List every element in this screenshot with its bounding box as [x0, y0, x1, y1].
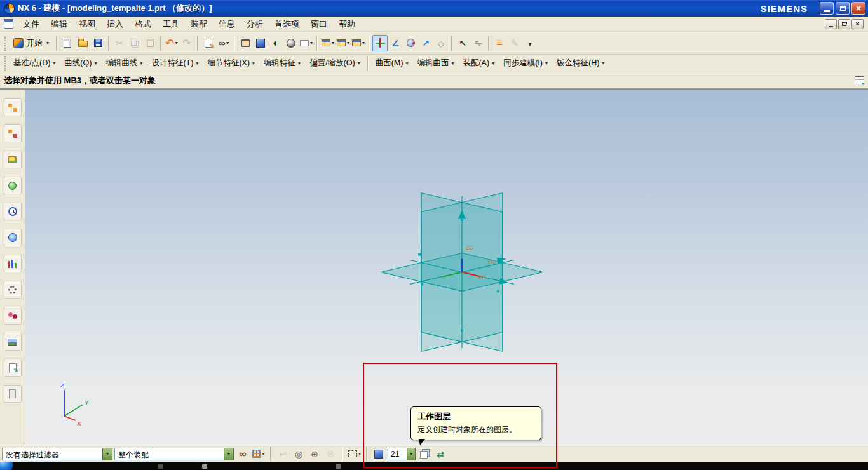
roles-icon[interactable] [4, 307, 22, 325]
menu-edit[interactable]: 编辑 [45, 17, 73, 32]
visual-reports-icon[interactable] [4, 255, 22, 272]
curve-dropdown[interactable]: 曲线(Q) [60, 55, 101, 71]
graphics-window[interactable]: ZC YC XC Z Y X [25, 90, 868, 445]
cascade-windows-icon[interactable]: ▾ [336, 35, 351, 51]
datum-point-dropdown[interactable]: 基准/点(D) [9, 55, 60, 71]
background-color-icon[interactable]: ▾ [299, 35, 314, 51]
selection-filter-dropdown-icon[interactable] [102, 448, 112, 460]
toolbar-grip[interactable] [4, 36, 7, 51]
work-layer-control[interactable] [388, 448, 416, 460]
angle-dimension-icon[interactable] [388, 35, 403, 51]
document-icon[interactable] [4, 19, 13, 29]
taskbar-item[interactable] [158, 464, 163, 469]
machining-wizards-icon[interactable] [4, 281, 22, 299]
start-menu-button[interactable]: 开始 ▾ [9, 35, 53, 51]
work-layer-dropdown-icon[interactable] [407, 448, 416, 460]
templates-icon[interactable] [4, 359, 22, 377]
info-window-icon[interactable] [201, 35, 216, 51]
open-file-icon[interactable] [75, 35, 90, 51]
edit-surface-dropdown[interactable]: 编辑曲面 [412, 55, 458, 71]
child-restore-button[interactable] [838, 19, 850, 29]
menu-insert[interactable]: 插入 [101, 17, 129, 32]
selection-scope-combo[interactable]: 整个装配 [114, 448, 234, 460]
restore-button[interactable] [836, 2, 850, 15]
toolbar-overflow-icon[interactable] [522, 35, 538, 51]
menu-file[interactable]: 文件 [17, 17, 45, 32]
menu-view[interactable]: 视图 [73, 17, 101, 32]
start-orb-icon[interactable] [0, 462, 13, 470]
detail-feature-dropdown[interactable]: 细节特征(X) [203, 55, 259, 71]
assemblies-dropdown[interactable]: 装配(A) [458, 55, 499, 71]
tile-windows-icon[interactable]: ▾ [351, 35, 366, 51]
new-window-icon[interactable]: ▾ [320, 35, 336, 51]
selection-grid-icon[interactable]: ▾ [252, 446, 266, 462]
copy-icon [127, 35, 142, 51]
shaded-view-icon[interactable] [253, 35, 268, 51]
toolbar-grip[interactable] [4, 56, 7, 71]
render-style-icon[interactable] [283, 35, 299, 51]
menu-tools[interactable]: 工具 [157, 17, 185, 32]
orient-view-icon[interactable] [268, 35, 283, 51]
work-layer-input[interactable] [388, 448, 407, 460]
binoculars-icon[interactable] [236, 446, 250, 462]
menu-preferences[interactable]: 首选项 [269, 17, 305, 32]
selection-filter-combo[interactable]: 没有选择过滤器 [2, 448, 112, 460]
menu-help[interactable]: 帮助 [333, 17, 361, 32]
child-minimize-button[interactable] [825, 19, 837, 29]
display-cube-icon[interactable] [372, 446, 386, 462]
undo-icon[interactable]: ▾ [164, 35, 179, 51]
menu-window[interactable]: 窗口 [305, 17, 333, 32]
surface-dropdown[interactable]: 曲面(M) [371, 55, 413, 71]
taskbar-item[interactable] [202, 464, 207, 469]
snap-point-icon[interactable] [308, 446, 322, 462]
select-cursor-icon[interactable] [455, 35, 470, 51]
offset-scale-dropdown[interactable]: 偏置/缩放(O) [305, 55, 365, 71]
sheet-metal-dropdown[interactable]: 钣金特征(H) [552, 55, 609, 71]
point-on-face-icon[interactable] [403, 35, 418, 51]
standard-toolbar: 开始 ▾ ▾ ▾ ▾ ▾ ▾ ▾ [0, 32, 868, 55]
measure-distance-icon[interactable] [492, 35, 507, 51]
design-feature-dropdown[interactable]: 设计特征(T) [147, 55, 203, 71]
menu-format[interactable]: 格式 [129, 17, 157, 32]
menu-analysis[interactable]: 分析 [241, 17, 269, 32]
scene-gallery-icon[interactable] [4, 333, 22, 351]
edit-feature-dropdown[interactable]: 编辑特征 [259, 55, 305, 71]
new-file-icon[interactable] [60, 35, 75, 51]
sketch-pencil-icon [507, 35, 522, 51]
history-icon[interactable] [4, 203, 22, 220]
layer-visibility-icon[interactable] [417, 446, 431, 462]
datum-csys-icon[interactable] [372, 35, 388, 51]
layer-category-icon[interactable] [433, 446, 447, 462]
assembly-navigator-icon[interactable] [4, 98, 22, 116]
minimize-button[interactable] [820, 2, 834, 15]
close-button[interactable]: × [851, 2, 865, 15]
constraint-navigator-icon[interactable] [4, 124, 22, 142]
menu-information[interactable]: 信息 [213, 17, 241, 32]
taskbar-item[interactable] [336, 464, 341, 469]
csys-handle[interactable] [501, 260, 503, 262]
vector-arrows-icon[interactable] [418, 35, 433, 51]
selection-scope-dropdown-icon[interactable] [224, 448, 234, 460]
documentation-icon[interactable] [4, 385, 22, 403]
zoom-view-icon[interactable] [238, 35, 253, 51]
csys-handle[interactable] [421, 283, 423, 285]
edit-curve-dropdown[interactable]: 编辑曲线 [101, 55, 147, 71]
web-browser-icon[interactable] [4, 229, 22, 246]
tooltip-title: 工作图层 [417, 411, 534, 422]
snap-point-icon[interactable] [433, 35, 449, 51]
part-navigator-icon[interactable] [4, 151, 22, 168]
child-close-button[interactable]: × [851, 19, 864, 29]
highlight-face-icon[interactable] [292, 446, 306, 462]
command-finder-icon[interactable]: ▾ [216, 35, 231, 51]
deselect-cursor-icon[interactable] [470, 35, 485, 51]
csys-handle[interactable] [418, 253, 421, 256]
save-icon[interactable] [90, 35, 105, 51]
synchronous-modeling-dropdown[interactable]: 同步建模(I) [499, 55, 552, 71]
csys-handle[interactable] [461, 329, 463, 332]
menu-assemblies[interactable]: 装配 [185, 17, 213, 32]
rectangle-select-icon[interactable]: ▾ [348, 446, 362, 462]
csys-handle[interactable] [497, 290, 499, 292]
reuse-library-icon[interactable] [4, 177, 22, 194]
csys-handle[interactable] [461, 218, 463, 221]
cue-toggle-icon[interactable] [855, 76, 864, 84]
